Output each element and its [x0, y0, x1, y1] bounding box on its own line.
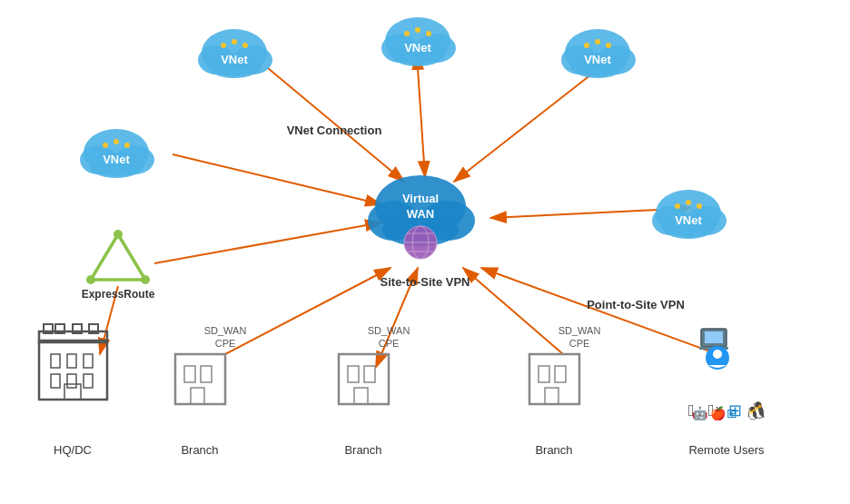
branch2-label: Branch — [344, 443, 381, 457]
remote-person-icon — [706, 346, 729, 370]
svg-rect-72 — [184, 366, 195, 382]
svg-text:VNet: VNet — [103, 153, 130, 166]
linux-icon: 🐧 — [745, 406, 761, 421]
svg-rect-80 — [539, 366, 549, 382]
svg-point-15 — [415, 27, 420, 33]
svg-rect-63 — [51, 374, 60, 388]
svg-text:VNet: VNet — [221, 53, 248, 66]
svg-point-56 — [141, 275, 150, 284]
branch2-sdwan-label: SD_WAN — [368, 325, 410, 336]
vnet-topright-cloud: VNet — [561, 29, 636, 78]
svg-point-32 — [124, 143, 130, 148]
svg-text:Virtual: Virtual — [402, 192, 439, 205]
svg-point-31 — [114, 139, 119, 144]
arrow-vnet-midright — [490, 209, 677, 218]
svg-marker-54 — [91, 234, 145, 280]
svg-rect-73 — [201, 366, 212, 382]
svg-text:VNet: VNet — [584, 53, 611, 66]
expressroute-icon — [86, 230, 150, 284]
svg-point-87 — [713, 350, 722, 359]
svg-rect-84 — [705, 331, 723, 343]
main-diagram-svg: VNet VNet VNet — [0, 0, 850, 504]
svg-rect-82 — [545, 388, 558, 404]
branch1-label: Branch — [181, 443, 218, 457]
svg-point-38 — [675, 203, 680, 209]
vnet-connection-label: VNet Connection — [287, 124, 382, 137]
vnet-topleft-cloud: VNet — [198, 29, 272, 78]
virtual-wan-cloud: Virtual WAN — [368, 175, 475, 259]
svg-point-30 — [103, 143, 108, 148]
remote-laptop-icon — [699, 329, 728, 350]
svg-point-57 — [86, 275, 95, 284]
svg-rect-65 — [84, 374, 93, 388]
vnet-topcenter-cloud: VNet — [381, 17, 456, 66]
arrow-branch3-wan — [463, 268, 563, 354]
branch3-building — [529, 354, 579, 404]
branch3-cpe-label: CPE — [569, 338, 590, 349]
svg-rect-61 — [67, 354, 76, 368]
arrow-branch1-wan — [225, 268, 390, 354]
arrow-vnet-topcenter — [418, 68, 425, 177]
apple-icon: 🍎 — [710, 406, 726, 421]
branch1-building — [175, 354, 225, 404]
svg-point-8 — [242, 43, 248, 48]
expressroute-label: ExpressRoute — [82, 288, 155, 301]
svg-text:VNet: VNet — [675, 213, 702, 227]
svg-text:WAN: WAN — [407, 207, 434, 221]
branch3-sdwan-label: SD_WAN — [558, 325, 601, 336]
svg-point-24 — [606, 43, 611, 48]
svg-point-6 — [221, 43, 226, 48]
svg-rect-58 — [39, 341, 107, 400]
arrow-vnet-topright — [454, 68, 599, 182]
vnet-midleft-cloud: VNet — [80, 129, 154, 178]
svg-rect-76 — [348, 366, 359, 382]
svg-rect-60 — [51, 354, 60, 368]
svg-rect-78 — [354, 388, 368, 404]
svg-rect-74 — [191, 388, 204, 404]
svg-point-55 — [114, 230, 123, 239]
diagram: VNet VNet VNet — [0, 0, 850, 504]
android-icon: 🤖 — [692, 406, 708, 421]
branch2-cpe-label: CPE — [379, 338, 400, 349]
point-to-site-vpn-label: Point-to-Site VPN — [587, 298, 685, 311]
svg-rect-77 — [364, 366, 375, 382]
svg-point-7 — [232, 39, 237, 44]
svg-point-40 — [697, 203, 702, 209]
svg-point-23 — [595, 39, 600, 44]
remote-users-label: Remote Users — [688, 443, 765, 457]
svg-rect-62 — [84, 354, 93, 368]
branch1-sdwan-label: SD_WAN — [204, 325, 247, 336]
svg-point-22 — [584, 43, 589, 48]
svg-rect-81 — [555, 366, 566, 382]
arrow-vnet-midleft — [173, 154, 381, 204]
windows-icon: ⊞ — [726, 406, 737, 420]
svg-rect-64 — [67, 374, 76, 388]
vnet-midright-cloud: VNet — [652, 190, 726, 239]
site-to-site-vpn-label: Site-to-Site VPN — [381, 275, 470, 289]
branch2-building — [339, 354, 389, 404]
svg-point-14 — [404, 31, 410, 36]
hqdc-building — [39, 324, 107, 400]
svg-point-39 — [686, 200, 691, 205]
svg-text:VNet: VNet — [404, 41, 431, 54]
svg-point-16 — [426, 31, 431, 36]
branch1-cpe-label: CPE — [215, 338, 236, 349]
hqdc-label: HQ/DC — [54, 443, 92, 457]
arrow-expressroute-wan — [154, 222, 381, 263]
branch3-label: Branch — [535, 443, 572, 457]
